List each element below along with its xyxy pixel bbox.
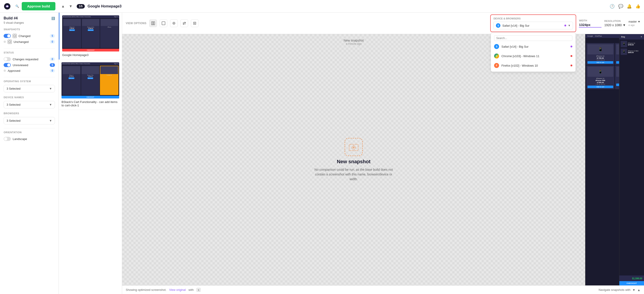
search-icon[interactable]: 🔍	[16, 4, 19, 8]
rp-iphone12-add[interactable]: Add to cart	[588, 61, 613, 64]
unreviewed-filter[interactable]: Unreviewed 5	[4, 62, 55, 68]
bottom-with-text: with	[188, 288, 194, 292]
changes-requested-filter[interactable]: Changes requested 0	[4, 56, 55, 62]
info-icon[interactable]: ℹ️	[51, 17, 55, 20]
approved-filter[interactable]: Approved 0	[4, 68, 55, 73]
browsers-selected: 3 Selected	[6, 119, 49, 122]
snapshot-card-1[interactable]: BrowserStack [ENO] Offers Orders Favouri…	[59, 60, 122, 110]
build-subtitle: 5 visual changes	[4, 21, 55, 24]
firefox-dropdown-icon: F	[494, 63, 499, 68]
device-browser-section: Device & Browsers S Safari [v14] - Big S…	[490, 14, 576, 32]
build-info: Build #4 ℹ️	[4, 16, 55, 20]
approved-label: Approved	[8, 69, 48, 72]
svg-rect-5	[153, 22, 155, 25]
new-snapshot-label: New snapshot	[344, 39, 364, 42]
resolution-arrow: ▼	[623, 23, 626, 27]
orientation-label: Orientation	[4, 131, 55, 134]
new-snapshot-desc: No comparison could be run, as the base …	[311, 167, 396, 181]
svg-point-8	[174, 23, 174, 24]
topbar: 🔍 Approve build ▲ ▼ 1/5 Google Homepage3…	[0, 0, 644, 13]
resolution-value-text: 1920 x 1080	[604, 23, 622, 27]
os-dropdown[interactable]: 3 Selected ▼	[4, 85, 55, 92]
approve-build-button[interactable]: Approve build	[22, 2, 56, 10]
orientation-section: Orientation Landscape	[4, 131, 55, 142]
nav-down-button[interactable]: ▼	[68, 3, 74, 9]
main-layout: Build #4 ℹ️ 5 visual changes Snapshots C…	[0, 13, 644, 294]
swap-button[interactable]	[180, 19, 188, 27]
device-browser-label: Device & Browsers	[494, 17, 573, 20]
branch-info: master ▼ e ago	[628, 20, 640, 26]
nav-up-arrow[interactable]: ▲	[637, 288, 640, 292]
device-search-input[interactable]	[494, 35, 572, 41]
showing-optimized-text: Showing optimized screenshot.	[126, 288, 166, 292]
device-names-dropdown[interactable]: 3 Selected ▼	[4, 101, 55, 108]
browsers-section: Browsers 3 Selected ▼	[4, 112, 55, 125]
alert-icon[interactable]: 🔔	[627, 4, 632, 9]
nav-up-button[interactable]: ▲	[60, 3, 66, 9]
dropdown-chevron: ▼	[568, 24, 571, 27]
device-names-label: Device Names	[4, 96, 55, 99]
comment-icon[interactable]: 💬	[618, 4, 623, 9]
landscape-toggle[interactable]	[4, 137, 11, 141]
snapshot-name-0: Google Homepage3	[62, 53, 119, 57]
new-snapshot-area: New snapshot No comparison could be run,…	[302, 129, 406, 191]
unchanged-icon	[8, 40, 12, 44]
chrome-option[interactable]: C Chrome [v103] - Windows 11	[491, 51, 576, 61]
resolution-section: Resolution 1920 x 1080 ▼	[604, 20, 626, 27]
device-selected-dropdown[interactable]: S Safari [v14] - Big Sur ▼	[494, 22, 573, 29]
resolution-label: Resolution	[604, 20, 626, 22]
keyboard-shortcut: q	[196, 288, 201, 292]
unreviewed-toggle[interactable]	[4, 63, 11, 67]
svg-rect-6	[162, 22, 165, 25]
landscape-toggle-row: Landscape	[4, 136, 55, 142]
chrome-dropdown-icon: C	[494, 53, 499, 58]
selected-device-text: Safari [v14] - Big Sur	[502, 24, 562, 27]
approved-dot	[4, 70, 6, 72]
new-snapshot-icon	[344, 138, 363, 156]
width-value: 1324px	[579, 23, 602, 27]
topbar-actions: 🕐 💬 🔔 👍	[610, 4, 640, 9]
snapshot-card-0[interactable]: BrowserStack [ENO] Offers Orders Favouri…	[59, 13, 122, 60]
thumb-icon[interactable]: 👍	[636, 4, 640, 9]
changes-requested-toggle[interactable]	[4, 57, 11, 61]
safari-option-text: Safari [v14] - Big Sur	[501, 45, 568, 48]
highlight-button[interactable]	[170, 19, 178, 27]
rp-iphone12-name: iPhone 12	[588, 55, 613, 57]
split-view-button[interactable]	[149, 19, 157, 27]
unreviewed-count: 5	[50, 63, 55, 67]
rp-iphone11-add[interactable]: Add to cart	[588, 86, 613, 88]
preview-area: View Options Device & Browsers	[122, 13, 644, 294]
history-icon[interactable]: 🕐	[610, 4, 614, 9]
preview-right-panel: Google OnePlus Sign In 📱 iPhone 12 $ 799…	[585, 34, 644, 286]
changed-count: 5	[50, 34, 55, 38]
resolution-dropdown[interactable]: 1920 x 1080 ▼	[604, 23, 626, 27]
page-title: Google Homepage3	[88, 4, 122, 8]
view-options-label: View Options	[126, 22, 146, 25]
bag-close-icon[interactable]: ×	[640, 35, 642, 38]
changes-requested-label: Changes requested	[13, 58, 48, 61]
browsers-dropdown-arrow: ▼	[49, 119, 52, 122]
changed-toggle[interactable]	[4, 34, 11, 38]
firefox-option[interactable]: F Firefox [v102] - Windows 10	[491, 61, 576, 70]
firefox-dot	[570, 65, 572, 66]
unchanged-count: 0	[50, 40, 55, 44]
view-original-link[interactable]: View original	[169, 288, 186, 292]
safari-option[interactable]: S Safari [v14] - Big Sur	[491, 42, 576, 51]
rp-iphone12-subprice: + $ 4.78.0 S	[588, 59, 613, 61]
changed-label: Changed	[18, 34, 48, 38]
nav-down-arrow[interactable]: ▼	[632, 288, 636, 292]
svg-rect-4	[152, 22, 153, 25]
changed-filter[interactable]: Changed 5	[4, 33, 55, 39]
snapshot-meta: New snapshot a minute ago	[344, 39, 364, 45]
rp-checkout-button[interactable]: CHECKOUT	[619, 281, 644, 286]
rp-bag-item-1: 📱 iPhone 12 $799.00	[621, 41, 643, 47]
browsers-dropdown[interactable]: 3 Selected ▼	[4, 117, 55, 125]
preview-toolbar: View Options Device & Browsers	[122, 13, 644, 34]
divider-1	[4, 48, 55, 49]
diff-button[interactable]	[191, 19, 198, 27]
single-view-button[interactable]	[160, 19, 167, 27]
navigate-label: Navigate snapshots with	[598, 288, 630, 292]
unchanged-filter[interactable]: Unchanged 0	[4, 39, 55, 45]
branch-name[interactable]: master ▼	[628, 20, 640, 23]
build-title: Build #4	[4, 16, 18, 20]
